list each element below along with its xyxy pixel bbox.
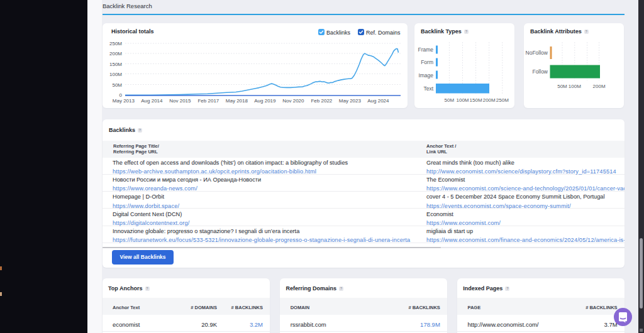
- svg-text:Image: Image: [418, 72, 433, 79]
- svg-text:0: 0: [119, 92, 123, 98]
- svg-text:Aug 2019: Aug 2019: [254, 98, 276, 104]
- svg-text:May 2023: May 2023: [339, 98, 362, 104]
- svg-text:Feb 2017: Feb 2017: [197, 98, 219, 104]
- svg-text:100M: 100M: [109, 72, 122, 77]
- svg-text:Follow: Follow: [532, 68, 548, 75]
- svg-text:50M: 50M: [445, 97, 455, 103]
- svg-text:Text: Text: [423, 85, 433, 92]
- svg-text:50M: 50M: [112, 82, 122, 88]
- svg-text:100M: 100M: [456, 97, 469, 103]
- svg-text:May 2018: May 2018: [226, 98, 248, 104]
- svg-text:200M: 200M: [109, 51, 122, 57]
- svg-text:250M: 250M: [496, 97, 509, 103]
- svg-text:150M: 150M: [470, 97, 482, 103]
- svg-text:100M: 100M: [569, 84, 581, 89]
- svg-text:150M: 150M: [109, 62, 122, 67]
- svg-text:Feb 2022: Feb 2022: [311, 98, 332, 104]
- svg-text:200M: 200M: [593, 84, 606, 89]
- svg-text:Aug 2014: Aug 2014: [141, 98, 163, 104]
- svg-text:250M: 250M: [109, 41, 122, 46]
- svg-text:Nov 2020: Nov 2020: [282, 98, 304, 104]
- svg-text:Nov 2015: Nov 2015: [169, 98, 191, 104]
- svg-text:Form: Form: [421, 59, 433, 65]
- svg-text:200M: 200M: [483, 97, 496, 103]
- svg-text:NoFollow: NoFollow: [526, 50, 548, 56]
- svg-text:50M: 50M: [557, 84, 567, 89]
- svg-text:May 2013: May 2013: [113, 98, 135, 104]
- svg-text:Frame: Frame: [418, 46, 433, 53]
- svg-text:Aug 2024: Aug 2024: [367, 98, 389, 104]
